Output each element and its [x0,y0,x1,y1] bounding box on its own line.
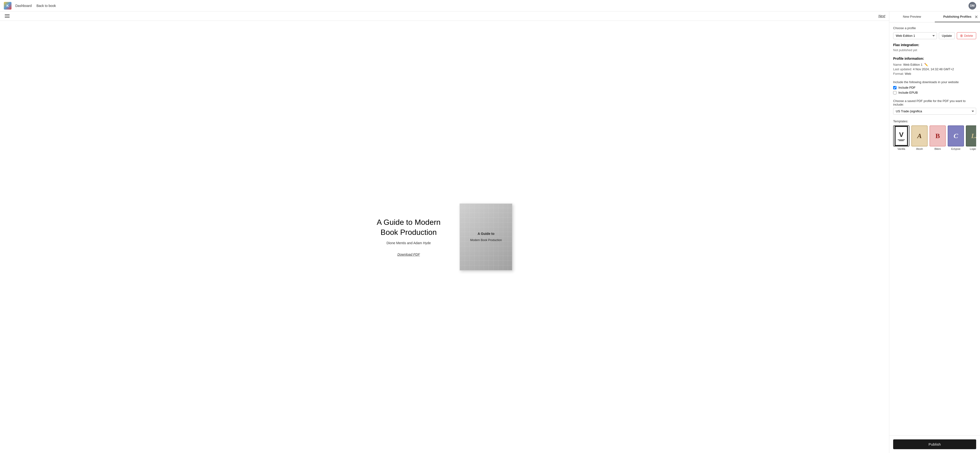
preview-text-section: A Guide to Modern Book Production Dione … [377,217,441,257]
book-authors: Dione Mentis and Adam Hyde [387,241,431,245]
template-bikini-label: Bikini [935,147,941,150]
right-panel: New Preview Publishing Profiles ✕ Choose… [889,11,980,453]
preview-content: A Guide to Modern Book Production Dione … [0,21,889,453]
template-bikini[interactable]: B Bikini [929,125,946,150]
template-atosh-label: Atosh [916,147,923,150]
panel-tabs: New Preview Publishing Profiles ✕ [889,11,980,22]
template-vanilla[interactable]: V Vanilla [893,125,909,150]
include-pdf-row: Include PDF [893,86,976,89]
downloads-label: Include the following downloads in your … [893,80,976,84]
next-button[interactable]: Next [878,14,885,18]
preview-main: A Guide to Modern Book Production Dione … [10,204,880,271]
hamburger-line-3 [5,17,10,18]
edit-profile-name-icon[interactable]: ✏️ [924,63,928,67]
template-atosh[interactable]: A Atosh [912,125,928,150]
profile-name-row: Name: Web Edition 1 ✏️ [893,63,976,67]
template-logical[interactable]: L. Logical [966,125,976,150]
flax-status: Not published yet [893,48,976,52]
profile-format-value: Web [905,72,911,76]
app-logo: K [4,2,11,10]
templates-label: Templates: [893,119,976,123]
downloads-section: Include the following downloads in your … [893,80,976,94]
include-pdf-checkbox[interactable] [893,86,897,89]
main-layout: Next A Guide to Modern Book Production D… [0,11,980,453]
pdf-profile-label: Choose a saved PDF profile for the PDF y… [893,99,976,106]
profile-name-value: Web Edition 1 [903,63,923,67]
book-cover-area: A Guide to Modern Book Production [460,204,512,271]
include-epub-checkbox[interactable] [893,91,897,94]
flax-title: Flax integration: [893,43,976,47]
panel-close-button[interactable]: ✕ [975,14,978,20]
profile-updated-value: 4 Nov 2024, 14:32:48 GMT+2 [913,67,954,71]
book-title: A Guide to Modern Book Production [377,217,441,237]
include-epub-row: Include EPUB [893,91,976,94]
book-cover-text: A Guide to Modern Book Production [465,227,506,247]
template-eclypse[interactable]: C Eclypse [948,125,964,150]
nav-dashboard[interactable]: Dashboard [15,4,32,8]
include-epub-label: Include EPUB [899,91,918,94]
download-pdf-link[interactable]: Download PDF [398,253,420,257]
profile-row: Web Edition 1 Web Edition 2 Print Editio… [893,32,976,39]
choose-profile-label: Choose a profile [893,26,976,30]
profile-info-section: Profile information: Name: Web Edition 1… [893,57,976,76]
hamburger-line-2 [5,16,10,16]
avatar: DM [969,2,976,10]
publish-button[interactable]: Publish [893,439,976,449]
template-eclypse-label: Eclypse [951,147,961,150]
tab-new-preview[interactable]: New Preview [889,11,935,22]
panel-footer: Publish [889,435,980,453]
template-vanilla-label: Vanilla [897,147,905,150]
panel-body: Choose a profile Web Edition 1 Web Editi… [889,22,980,435]
profile-updated-row: Last updated: 4 Nov 2024, 14:32:48 GMT+2 [893,67,976,71]
templates-grid: V Vanilla A Atosh [893,125,976,151]
update-button[interactable]: Update [939,32,955,39]
nav-back-to-book[interactable]: Back to book [37,4,56,8]
template-logical-label: Logical [970,147,976,150]
hamburger-line-1 [5,14,10,15]
trash-icon: 🗑 [960,34,963,38]
delete-button[interactable]: 🗑 Delete [957,32,976,39]
profile-select[interactable]: Web Edition 1 Web Edition 2 Print Editio… [893,32,937,39]
pdf-profile-section: Choose a saved PDF profile for the PDF y… [893,99,976,115]
hamburger-button[interactable] [4,13,11,19]
include-pdf-label: Include PDF [899,86,916,89]
profile-format-row: Format: Web [893,72,976,76]
top-nav: K Dashboard Back to book DM [0,0,980,11]
book-cover-image: A Guide to Modern Book Production [460,204,512,271]
templates-section: Templates: V Vanilla [893,119,976,151]
pdf-profile-select[interactable]: US Trade (significa A4 Letter [893,108,976,115]
preview-toolbar: Next [0,11,889,21]
profile-info-title: Profile information: [893,57,976,60]
preview-area: Next A Guide to Modern Book Production D… [0,11,889,453]
tab-publishing-profiles[interactable]: Publishing Profiles [935,11,980,22]
flax-section: Flax integration: Not published yet [893,43,976,52]
